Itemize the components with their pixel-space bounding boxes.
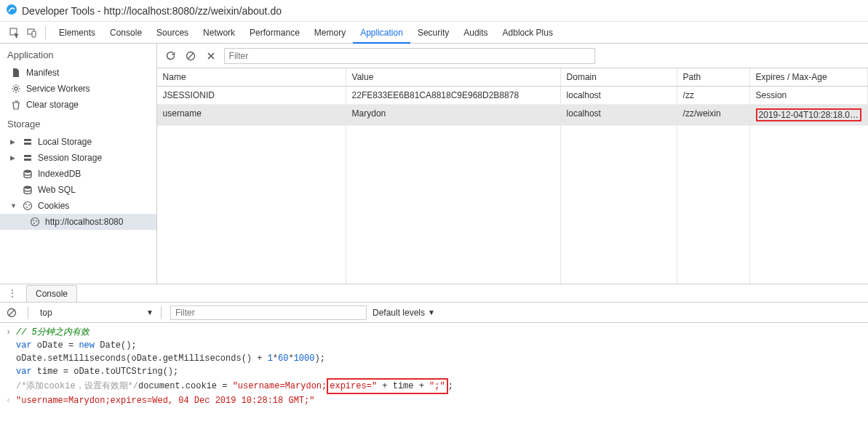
drawer-tab-console[interactable]: Console — [26, 285, 77, 302]
svg-point-26 — [33, 223, 35, 224]
code-text: * — [288, 353, 293, 364]
svg-point-22 — [26, 207, 28, 208]
storage-icon — [22, 136, 33, 148]
application-panel: Application Manifest Service Workers Cle… — [0, 44, 868, 284]
tab-performance[interactable]: Performance — [242, 22, 307, 44]
console-filter-input[interactable] — [170, 305, 367, 320]
tab-application[interactable]: Application — [353, 22, 410, 44]
td-path: /zz — [677, 87, 750, 104]
tab-memory[interactable]: Memory — [307, 22, 353, 44]
sidebar-item-clear-storage[interactable]: Clear storage — [0, 97, 156, 113]
code-text: oDate = — [32, 340, 79, 351]
clear-console-icon[interactable] — [4, 305, 19, 320]
console-toolbar: top ▼ Default levels ▼ — [0, 303, 868, 323]
tab-network[interactable]: Network — [196, 22, 242, 44]
sidebar-label: Service Workers — [26, 84, 90, 94]
storage-icon — [22, 152, 33, 164]
toolbar-separator — [45, 26, 46, 39]
highlight-box: expires=" + time + ";" — [327, 378, 447, 394]
input-prompt-icon: › — [6, 326, 16, 394]
code-string: ";" — [429, 381, 445, 391]
td-value: Marydon — [346, 105, 561, 125]
sidebar-item-indexeddb[interactable]: IndexedDB — [0, 166, 156, 182]
context-selector[interactable]: top ▼ — [37, 308, 152, 318]
svg-point-23 — [31, 218, 39, 226]
drawer-menu-icon[interactable]: ⋮ — [4, 287, 20, 299]
code-string: expires=" — [330, 381, 377, 391]
td-path: /zz/weixin — [677, 105, 750, 125]
tab-security[interactable]: Security — [410, 22, 456, 44]
tab-audits[interactable]: Audits — [456, 22, 495, 44]
svg-point-21 — [28, 204, 30, 206]
code-keyword: var — [16, 340, 32, 351]
td-name: username — [157, 105, 346, 125]
td-expires: 2019-12-04T10:28:18.0… — [750, 105, 868, 125]
sidebar-label: Manifest — [26, 68, 59, 78]
cookies-filter-input[interactable] — [224, 48, 595, 64]
svg-line-10 — [18, 91, 19, 92]
code-text: time = oDate.toUTCString(); — [32, 367, 179, 377]
sidebar-item-manifest[interactable]: Manifest — [0, 65, 156, 81]
console-input-block[interactable]: › // 5分钟之内有效 var oDate = new Date(); oDa… — [6, 326, 862, 394]
svg-line-28 — [188, 53, 194, 59]
code-text: ; — [448, 381, 453, 391]
clear-all-icon[interactable] — [183, 49, 198, 63]
database-icon — [22, 168, 33, 180]
sidebar-label: Session Storage — [38, 153, 102, 163]
refresh-icon[interactable] — [163, 49, 178, 63]
svg-rect-3 — [32, 31, 36, 37]
output-prompt-icon: ‹ — [6, 394, 16, 407]
chevron-down-icon: ▼ — [428, 308, 434, 316]
sidebar-label: Clear storage — [26, 100, 79, 110]
code-string: "username=Marydon; — [233, 381, 327, 391]
td-name: JSESSIONID — [157, 87, 346, 104]
tab-adblock-plus[interactable]: Adblock Plus — [495, 22, 560, 44]
drawer-tabstrip: ⋮ Console — [0, 284, 868, 303]
svg-line-9 — [13, 86, 14, 87]
code-text: oDate.setMilliseconds(oDate.getMilliseco… — [16, 353, 268, 364]
delete-icon[interactable] — [204, 49, 218, 63]
table-row[interactable]: JSESSIONID22FE833EE6B81CA8818C9E968D2B88… — [157, 87, 868, 105]
th-value[interactable]: Value — [346, 68, 561, 86]
sidebar-label: http://localhost:8080 — [45, 217, 123, 227]
table-row[interactable]: usernameMarydonlocalhost/zz/weixin2019-1… — [157, 105, 868, 126]
tab-sources[interactable]: Sources — [149, 22, 196, 44]
th-path[interactable]: Path — [677, 68, 750, 86]
code-text: Date(); — [95, 340, 137, 351]
trash-icon — [10, 99, 22, 111]
sidebar-item-cookies-origin[interactable]: http://localhost:8080 — [0, 214, 156, 230]
log-levels-selector[interactable]: Default levels ▼ — [373, 308, 434, 318]
console-result: "username=Marydon;expires=Wed, 04 Dec 20… — [16, 396, 314, 406]
code-number: 1000 — [294, 353, 315, 364]
th-name[interactable]: Name — [157, 68, 346, 86]
toolbar-separator — [28, 306, 28, 319]
sidebar-item-web-sql[interactable]: Web SQL — [0, 182, 156, 198]
td-expires: Session — [750, 87, 868, 104]
code-text: ); — [314, 353, 324, 364]
svg-point-17 — [24, 170, 31, 173]
inspect-element-icon[interactable] — [7, 25, 22, 40]
code-number: 1 — [268, 353, 273, 364]
cookies-main: Name Value Domain Path Expires / Max-Age… — [157, 44, 868, 284]
cookie-icon — [29, 216, 41, 228]
code-comment: // 5分钟之内有效 — [16, 327, 89, 337]
sidebar-item-cookies[interactable]: ▼ Cookies — [0, 198, 156, 214]
code-comment: /*添加cookie，设置有效期*/ — [16, 381, 138, 391]
code-keyword: var — [16, 367, 32, 377]
th-domain[interactable]: Domain — [561, 68, 677, 86]
svg-point-18 — [24, 186, 31, 189]
tab-elements[interactable]: Elements — [52, 22, 103, 44]
th-expires[interactable]: Expires / Max-Age — [750, 68, 868, 86]
td-value: 22FE833EE6B81CA8818C9E968D2B8878 — [346, 87, 561, 104]
highlight-box: 2019-12-04T10:28:18.0… — [756, 108, 861, 121]
toolbar-separator — [161, 306, 162, 319]
device-toggle-icon[interactable] — [25, 25, 39, 40]
sidebar-item-local-storage[interactable]: ▶ Local Storage — [0, 134, 156, 150]
code-text: document.cookie = — [138, 381, 233, 391]
sidebar-item-session-storage[interactable]: ▶ Session Storage — [0, 150, 156, 166]
svg-rect-14 — [24, 143, 31, 145]
sidebar-item-service-workers[interactable]: Service Workers — [0, 81, 156, 97]
sidebar-label: Cookies — [38, 201, 69, 211]
tab-console[interactable]: Console — [103, 22, 149, 44]
cookies-table: Name Value Domain Path Expires / Max-Age… — [157, 68, 868, 284]
